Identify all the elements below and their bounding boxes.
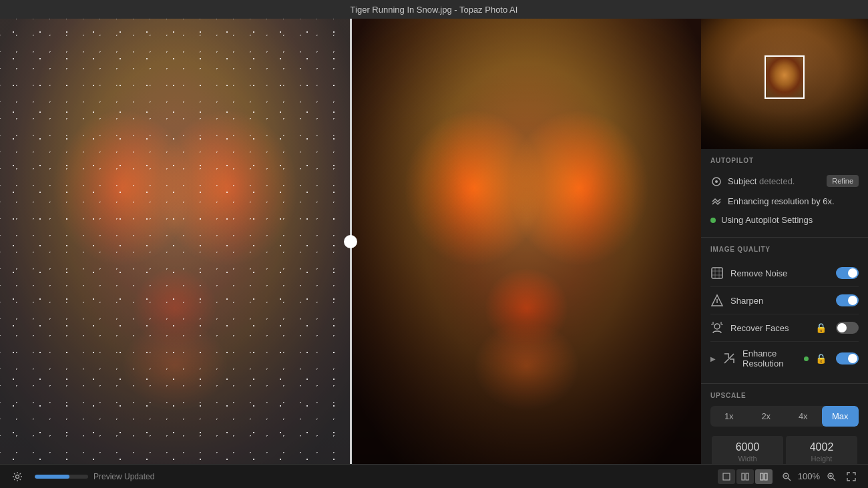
zoom-expand-button[interactable] — [843, 469, 860, 485]
subject-detected-row: Subject detected. Refine — [710, 171, 859, 191]
sharpen-toggle[interactable] — [836, 294, 859, 306]
width-box: 6000 Width — [712, 436, 783, 464]
width-value: 6000 — [717, 441, 778, 453]
sharpen-row: Sharpen — [710, 287, 859, 314]
bottom-toolbar: Preview Updated 100% — [0, 464, 868, 488]
zoom-in-button[interactable] — [823, 469, 840, 485]
svg-point-1 — [715, 180, 718, 183]
remove-noise-label: Remove Noise — [730, 268, 829, 278]
enhance-resolution-row: ▶ Enhance Resolution 🔒 — [710, 342, 859, 375]
sharpen-icon — [710, 294, 724, 307]
upscale-buttons-group: 1x 2x 4x Max — [710, 406, 859, 427]
image-area — [0, 19, 701, 464]
progress-container: Preview Updated — [35, 472, 154, 481]
upscale-1x-button[interactable]: 1x — [710, 406, 748, 427]
enhance-resolution-lock-icon: 🔒 — [815, 353, 827, 364]
width-label: Width — [717, 455, 778, 463]
resolution-row: Enhancing resolution by 6x. — [710, 191, 859, 211]
split-divider[interactable] — [350, 19, 352, 464]
resolution-icon — [710, 195, 722, 207]
subject-detected-text: Subject detected. — [728, 176, 821, 186]
dimension-row: 6000 Width 4002 Height — [710, 435, 859, 464]
enhance-resolution-icon — [722, 352, 736, 365]
height-value: 4002 — [791, 441, 852, 453]
autopilot-label: AUTOPILOT — [710, 157, 859, 164]
progress-bar-background — [35, 475, 88, 479]
right-panel: AUTOPILOT Subject detected. Refine — [701, 19, 868, 464]
recover-faces-toggle[interactable] — [836, 322, 859, 334]
upscale-section: UPSCALE 1x 2x 4x Max 6000 Width 4002 Hei… — [701, 384, 868, 464]
height-box: 4002 Height — [786, 436, 857, 464]
sharpen-label: Sharpen — [730, 296, 829, 306]
subject-icon — [710, 175, 722, 187]
main-content: AUTOPILOT Subject detected. Refine — [0, 19, 868, 464]
svg-rect-7 — [723, 473, 730, 480]
split-view — [0, 19, 701, 464]
enhance-resolution-label: Enhance Resolution — [742, 348, 797, 369]
svg-rect-8 — [742, 473, 744, 480]
zoom-controls: 100% — [778, 469, 860, 485]
enhance-resolution-expand[interactable]: ▶ — [710, 355, 716, 362]
thumbnail-area — [701, 19, 868, 149]
after-tiger-image — [352, 19, 702, 464]
window-title: Tiger Running In Snow.jpg - Topaz Photo … — [351, 5, 518, 15]
upscale-2x-button[interactable]: 2x — [748, 406, 785, 427]
thumbnail-background — [701, 19, 868, 149]
thumbnail-preview — [765, 55, 805, 99]
image-quality-section: IMAGE QUALITY Remove Noise — [701, 238, 868, 384]
remove-noise-icon — [710, 266, 724, 280]
svg-point-6 — [16, 475, 19, 478]
zoom-value: 100% — [798, 471, 820, 481]
view-split-button[interactable] — [736, 469, 754, 484]
remove-noise-row: Remove Noise — [710, 260, 859, 287]
height-label: Height — [791, 455, 852, 463]
progress-bar-fill — [35, 475, 69, 479]
resolution-text: Enhancing resolution by 6x. — [728, 196, 859, 206]
svg-point-5 — [714, 324, 720, 329]
enhance-resolution-toggle[interactable] — [836, 352, 859, 364]
view-mode-buttons — [718, 469, 773, 484]
upscale-max-button[interactable]: Max — [822, 406, 859, 427]
autopilot-settings-text: Using Autopilot Settings — [721, 215, 859, 225]
upscale-4x-button[interactable]: 4x — [785, 406, 822, 427]
recover-faces-label: Recover Faces — [730, 323, 809, 333]
after-image — [352, 19, 702, 464]
image-quality-label: IMAGE QUALITY — [710, 246, 859, 253]
progress-text: Preview Updated — [93, 472, 154, 481]
enhance-resolution-active-dot — [804, 356, 809, 361]
autopilot-section: AUTOPILOT Subject detected. Refine — [701, 149, 868, 238]
svg-rect-9 — [746, 473, 748, 480]
recover-faces-lock-icon: 🔒 — [815, 322, 827, 333]
recover-faces-icon — [710, 321, 724, 334]
before-tiger-image — [0, 19, 350, 464]
green-status-dot — [710, 218, 716, 223]
refine-button[interactable]: Refine — [827, 175, 859, 187]
titlebar: Tiger Running In Snow.jpg - Topaz Photo … — [0, 0, 868, 19]
autopilot-settings-row: Using Autopilot Settings — [710, 211, 859, 229]
svg-line-13 — [788, 478, 791, 481]
before-image — [0, 19, 350, 464]
view-sidebyside-button[interactable] — [755, 469, 773, 484]
settings-button[interactable] — [8, 468, 27, 485]
zoom-out-button[interactable] — [778, 469, 795, 485]
svg-rect-2 — [712, 268, 722, 278]
remove-noise-toggle[interactable] — [836, 267, 859, 279]
recover-faces-row: Recover Faces 🔒 — [710, 314, 859, 342]
svg-rect-11 — [765, 473, 767, 480]
svg-line-16 — [833, 478, 835, 481]
view-single-button[interactable] — [718, 469, 735, 484]
upscale-label: UPSCALE — [710, 392, 859, 399]
svg-rect-10 — [761, 473, 763, 480]
